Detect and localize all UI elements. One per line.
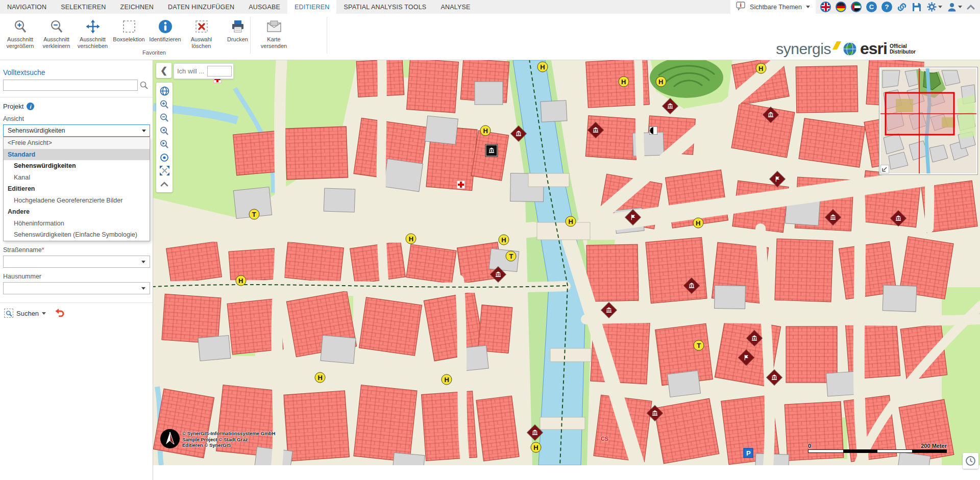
collapse-chevron-icon[interactable]: [967, 4, 975, 10]
collapse-up-icon[interactable]: [158, 178, 171, 190]
zoom-out-icon: [49, 18, 64, 35]
stop-marker-h[interactable]: H: [442, 374, 452, 385]
stop-marker-h[interactable]: H: [498, 234, 509, 245]
dropdown-group-andere[interactable]: Andere: [4, 206, 150, 218]
esri-logo: esri OfficialDistributor: [842, 39, 916, 58]
visible-themes-button[interactable]: Sichtbare Themen: [730, 0, 816, 14]
map-attribution: © SynerGIS-Informationssysteme GmbH Samp…: [182, 431, 275, 448]
pan-icon: [85, 18, 101, 35]
next-extent-icon[interactable]: [158, 138, 171, 150]
menu-tabs: NAVIGATION SELEKTIEREN ZEICHNEN DATEN HI…: [0, 0, 478, 14]
dropdown-group-editieren[interactable]: Editieren: [4, 183, 150, 195]
dropdown-option-freie-ansicht[interactable]: <Freie Ansicht>: [4, 137, 150, 149]
stop-marker-h[interactable]: H: [235, 275, 246, 286]
stop-marker-h[interactable]: H: [315, 372, 326, 383]
moon-icon[interactable]: C: [866, 2, 877, 12]
clear-selection-icon: [194, 18, 209, 35]
print-icon: [230, 18, 246, 35]
search-icon[interactable]: [139, 81, 149, 92]
fulltext-search-input[interactable]: [3, 80, 138, 91]
info-bubble-icon: [736, 2, 746, 12]
stop-marker-h[interactable]: H: [693, 218, 703, 229]
ribbon-separator: [327, 17, 327, 54]
tab-ausgabe[interactable]: AUSGABE: [241, 0, 287, 14]
zoom-out-icon[interactable]: [158, 112, 171, 123]
dropdown-option-kanal[interactable]: Kanal: [4, 172, 150, 184]
collapse-sidebar-button[interactable]: ❮: [156, 63, 172, 78]
clear-selection-button[interactable]: Auswahllöschen: [183, 16, 219, 49]
chevron-down-icon[interactable]: [141, 261, 145, 263]
stop-marker-h[interactable]: H: [618, 77, 629, 87]
stop-marker-h[interactable]: H: [406, 234, 416, 244]
clock-icon[interactable]: [963, 453, 978, 469]
overview-map[interactable]: [879, 67, 978, 175]
ribbon-group-label: Favoriten: [129, 49, 180, 56]
stop-marker-h[interactable]: H: [566, 216, 576, 227]
pharmacy-marker[interactable]: [457, 181, 465, 189]
i-want-to-input[interactable]: [207, 66, 232, 77]
stop-marker-t[interactable]: T: [694, 340, 704, 350]
identify-icon: [158, 18, 173, 35]
dropdown-option-sehenswuerdigkeiten[interactable]: Sehenswürdigkeiten: [4, 160, 150, 172]
stop-marker-h[interactable]: H: [655, 77, 666, 87]
box-select-button[interactable]: Boxselektion: [111, 16, 147, 49]
scale-bar: 0 200 Meter: [808, 443, 947, 453]
link-icon[interactable]: [897, 2, 907, 12]
pan-button[interactable]: Ausschnittverschieben: [75, 16, 111, 49]
info-icon[interactable]: i: [27, 103, 34, 110]
tab-analyse[interactable]: ANALYSE: [433, 0, 477, 14]
send-map-button[interactable]: Karteversenden: [256, 16, 292, 49]
street-name-input[interactable]: [3, 256, 150, 268]
zoom-in-icon[interactable]: [158, 98, 171, 110]
help-icon[interactable]: ?: [881, 2, 892, 12]
stop-marker-t[interactable]: T: [249, 209, 259, 219]
i-want-to-widget[interactable]: Ich will ...: [174, 63, 234, 79]
chevron-down-icon: [806, 6, 810, 8]
send-map-icon: [266, 18, 282, 35]
view-select[interactable]: Sehenswürdigkeiten: [3, 124, 150, 137]
chevron-down-icon: [958, 6, 962, 8]
tab-editieren[interactable]: EDITIEREN: [287, 0, 336, 14]
tab-navigation[interactable]: NAVIGATION: [0, 0, 54, 14]
stop-marker-t[interactable]: T: [506, 251, 517, 262]
center-icon[interactable]: [158, 151, 171, 163]
stop-marker-h[interactable]: H: [755, 63, 766, 73]
map-text-label[interactable]: CS: [601, 436, 608, 442]
identify-button[interactable]: Identifizieren: [147, 16, 183, 49]
flag-uk-icon[interactable]: [820, 2, 831, 12]
synergis-logo: synergis: [776, 40, 831, 58]
flag-ae-icon[interactable]: [851, 2, 862, 12]
zoom-out-button[interactable]: Ausschnittverkleinern: [38, 16, 75, 49]
zoom-in-button[interactable]: Ausschnittvergrößern: [2, 16, 38, 49]
tab-zeichnen[interactable]: ZEICHNEN: [113, 0, 161, 14]
user-icon[interactable]: [947, 2, 962, 12]
flag-de-icon[interactable]: [836, 2, 846, 12]
chevron-down-icon[interactable]: [141, 287, 145, 290]
tab-daten-hinzufuegen[interactable]: DATEN HINZUFÜGEN: [161, 0, 241, 14]
save-icon[interactable]: [912, 2, 922, 12]
map-toolbar: [156, 83, 173, 192]
settings-gear-icon[interactable]: [926, 2, 942, 12]
stop-marker-h[interactable]: H: [537, 61, 548, 72]
prev-extent-icon[interactable]: [158, 125, 171, 137]
search-button[interactable]: Suchen: [4, 309, 46, 318]
dropdown-option-hochgeladene-bilder[interactable]: Hochgeladene Georeferenzierte Bilder: [4, 195, 150, 207]
stop-marker-h[interactable]: H: [480, 125, 491, 136]
dropdown-option-einfache-symbologie[interactable]: Sehenswürdigkeiten (Einfache Symbologie): [4, 229, 150, 241]
sidebar: Volltextsuche Projekt i Ansicht Sehenswü…: [0, 60, 153, 480]
reset-undo-icon[interactable]: [55, 308, 64, 319]
stop-marker-h[interactable]: H: [531, 442, 542, 453]
parking-marker[interactable]: P: [744, 448, 753, 458]
esri-globe-icon: [842, 41, 857, 57]
tab-selektieren[interactable]: SELEKTIEREN: [54, 0, 113, 14]
house-number-input[interactable]: [3, 282, 150, 294]
museum-marker[interactable]: [485, 145, 497, 157]
full-extent-icon[interactable]: [158, 165, 171, 176]
globe-icon[interactable]: [158, 85, 171, 97]
map-canvas[interactable]: HHHHHHHHHHHHHTTTPCS: [153, 60, 980, 465]
dropdown-option-hoeheninformation[interactable]: Höheninformation: [4, 218, 150, 230]
overview-collapse-icon[interactable]: [880, 165, 889, 173]
theater-marker[interactable]: [649, 127, 657, 135]
tab-spatial-analysis-tools[interactable]: SPATIAL ANALYSIS TOOLS: [336, 0, 433, 14]
dropdown-group-standard[interactable]: Standard: [4, 149, 150, 161]
